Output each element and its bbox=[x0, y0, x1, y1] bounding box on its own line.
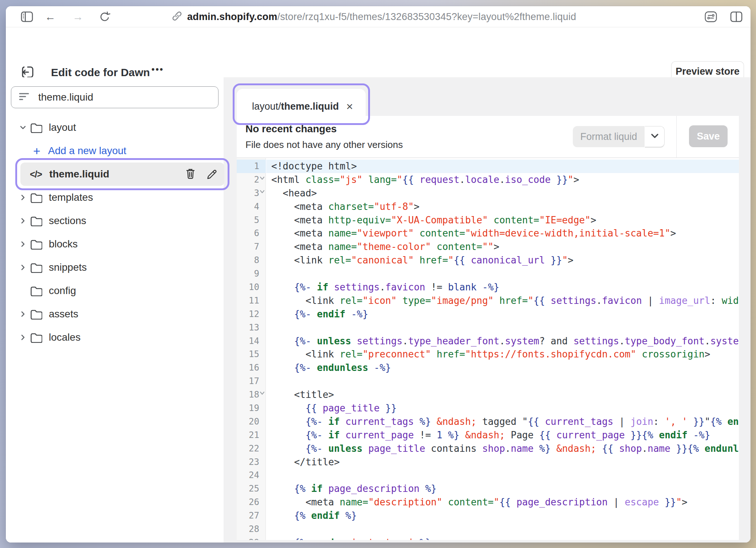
code-line-21[interactable]: 21 {%- if current_page != 1 %} &ndash; P… bbox=[237, 428, 739, 442]
code-text: {%- endunless -%} bbox=[271, 361, 391, 375]
code-text: <meta name="viewport" content="width=dev… bbox=[271, 227, 676, 240]
tab-close-icon[interactable]: × bbox=[342, 89, 358, 124]
status-subtitle: File does not have any other versions bbox=[245, 139, 403, 150]
code-line-23[interactable]: 23 </title> bbox=[237, 455, 739, 469]
code-line-12[interactable]: 12 {%- endif -%} bbox=[237, 308, 739, 321]
line-number: 24 bbox=[237, 469, 259, 482]
editor-panel: layout/theme.liquid × No recent changes … bbox=[224, 77, 751, 543]
line-number: 19 bbox=[237, 402, 259, 415]
code-line-7[interactable]: 7 <meta name="theme-color" content=""> bbox=[237, 240, 739, 254]
more-actions-icon[interactable]: ••• bbox=[151, 64, 164, 74]
sidebar-item-snippets[interactable]: snippets bbox=[11, 256, 224, 279]
add-new-layout-link[interactable]: +Add a new layout bbox=[11, 139, 224, 163]
format-liquid-dropdown[interactable] bbox=[645, 126, 665, 147]
file-label: theme.liquid bbox=[49, 168, 109, 180]
code-line-22[interactable]: 22 {%- unless page_title contains shop.n… bbox=[237, 442, 739, 455]
folder-icon bbox=[30, 215, 42, 226]
code-line-1[interactable]: 1<!doctype html> bbox=[237, 160, 739, 173]
code-line-27[interactable]: 27 {% endif %} bbox=[237, 509, 739, 522]
code-line-10[interactable]: 10 {%- if settings.favicon != blank -%} bbox=[237, 281, 739, 294]
forward-icon[interactable]: → bbox=[71, 10, 84, 23]
line-number: 25 bbox=[237, 482, 259, 496]
code-text: <meta name="description" content="{{ pag… bbox=[271, 496, 688, 509]
code-line-5[interactable]: 5 <meta http-equiv="X-UA-Compatible" con… bbox=[237, 214, 739, 227]
chevron-right-icon[interactable] bbox=[17, 333, 28, 341]
line-number: 13 bbox=[237, 321, 259, 334]
code-line-14[interactable]: 14 {%- unless settings.type_header_font.… bbox=[237, 334, 739, 348]
filter-icon bbox=[19, 92, 30, 103]
code-line-17[interactable]: 17 bbox=[237, 375, 739, 388]
save-button[interactable]: Save bbox=[689, 125, 728, 147]
file-filter-input[interactable]: theme.liquid bbox=[11, 86, 218, 108]
sidebar-item-config[interactable]: config bbox=[11, 279, 224, 302]
chevron-right-icon[interactable] bbox=[17, 217, 28, 225]
browser-window: ← → admin.shopify.com/store/rzq1xu-f5/th… bbox=[6, 6, 751, 543]
sidebar-item-assets[interactable]: assets bbox=[11, 302, 224, 326]
reload-icon[interactable] bbox=[98, 10, 111, 23]
line-number: 12 bbox=[237, 308, 259, 321]
sidebar-toggle-icon[interactable] bbox=[20, 10, 34, 23]
code-line-18[interactable]: 18 <title> bbox=[237, 388, 739, 402]
sidebar-file-theme-liquid[interactable]: </>theme.liquid bbox=[11, 163, 224, 186]
delete-file-icon[interactable] bbox=[185, 168, 196, 181]
code-text: {%- if current_page != 1 %} &ndash; Page… bbox=[271, 428, 710, 442]
code-line-24[interactable]: 24 bbox=[237, 469, 739, 482]
code-line-29[interactable]: 29 {% render 'meta-tags' %} bbox=[237, 536, 739, 540]
code-line-25[interactable]: 25 {% if page_description %} bbox=[237, 482, 739, 496]
line-number: 6 bbox=[237, 227, 259, 240]
rename-file-icon[interactable] bbox=[206, 168, 217, 181]
format-liquid-button[interactable]: Format liquid bbox=[573, 126, 645, 147]
line-number: 26 bbox=[237, 496, 259, 509]
code-line-3[interactable]: 3 <head> bbox=[237, 187, 739, 200]
code-line-11[interactable]: 11 <link rel="icon" type="image/png" hre… bbox=[237, 294, 739, 308]
line-number: 4 bbox=[237, 200, 259, 214]
code-line-15[interactable]: 15 <link rel="preconnect" href="https://… bbox=[237, 348, 739, 361]
sidebar-item-locales[interactable]: locales bbox=[11, 326, 224, 349]
sidebar-item-blocks[interactable]: blocks bbox=[11, 232, 224, 256]
chevron-right-icon[interactable] bbox=[17, 193, 28, 201]
code-editor[interactable]: 1<!doctype html>2<html class="js" lang="… bbox=[237, 158, 739, 540]
fold-toggle-icon[interactable] bbox=[259, 176, 265, 182]
desktop: { "browser": { "url_domain": "admin.shop… bbox=[0, 0, 756, 548]
folder-label: templates bbox=[49, 192, 93, 203]
code-line-9[interactable]: 9 bbox=[237, 267, 739, 281]
fold-toggle-icon[interactable] bbox=[259, 391, 265, 397]
code-text: {%- if current_tags %} &ndash; tagged "{… bbox=[271, 415, 739, 428]
code-line-2[interactable]: 2<html class="js" lang="{{ request.local… bbox=[237, 173, 739, 187]
chevron-right-icon[interactable] bbox=[17, 310, 28, 318]
code-line-13[interactable]: 13 bbox=[237, 321, 739, 334]
code-line-26[interactable]: 26 <meta name="description" content="{{ … bbox=[237, 496, 739, 509]
tab-label: layout/theme.liquid bbox=[252, 101, 339, 112]
code-line-19[interactable]: 19 {{ page_title }} bbox=[237, 402, 739, 415]
url-text: admin.shopify.com/store/rzq1xu-f5/themes… bbox=[187, 11, 576, 23]
folder-label: layout bbox=[49, 122, 76, 133]
code-text: <html class="js" lang="{{ request.locale… bbox=[271, 173, 579, 187]
back-icon[interactable]: ← bbox=[44, 10, 57, 23]
line-number: 11 bbox=[237, 294, 259, 308]
sidebar-item-templates[interactable]: templates bbox=[11, 186, 224, 209]
line-number: 15 bbox=[237, 348, 259, 361]
code-text: <title> bbox=[271, 388, 334, 402]
fold-toggle-icon[interactable] bbox=[259, 189, 265, 196]
address-bar[interactable]: admin.shopify.com/store/rzq1xu-f5/themes… bbox=[172, 6, 576, 27]
code-line-8[interactable]: 8 <link rel="canonical" href="{{ canonic… bbox=[237, 254, 739, 267]
code-text: {%- unless settings.type_header_font.sys… bbox=[271, 334, 739, 348]
code-line-20[interactable]: 20 {%- if current_tags %} &ndash; tagged… bbox=[237, 415, 739, 428]
chevron-down-icon[interactable] bbox=[17, 124, 28, 132]
selected-file-row[interactable]: </>theme.liquid bbox=[20, 163, 224, 186]
sidebar-item-layout[interactable]: layout bbox=[11, 116, 224, 139]
chevron-right-icon[interactable] bbox=[17, 240, 28, 248]
line-number: 10 bbox=[237, 281, 259, 294]
folder-icon bbox=[30, 332, 42, 343]
tab-layout-theme-liquid[interactable]: layout/theme.liquid × bbox=[237, 89, 366, 124]
browser-settings-icon[interactable] bbox=[704, 10, 717, 23]
code-line-28[interactable]: 28 bbox=[237, 522, 739, 536]
code-line-6[interactable]: 6 <meta name="viewport" content="width=d… bbox=[237, 227, 739, 240]
file-tree: layout+Add a new layout</>theme.liquidte… bbox=[11, 116, 224, 349]
code-line-16[interactable]: 16 {%- endunless -%} bbox=[237, 361, 739, 375]
split-view-icon[interactable] bbox=[730, 10, 743, 23]
sidebar-item-sections[interactable]: sections bbox=[11, 209, 224, 232]
chevron-right-icon[interactable] bbox=[17, 263, 28, 271]
folder-icon bbox=[30, 122, 42, 133]
code-line-4[interactable]: 4 <meta charset="utf-8"> bbox=[237, 200, 739, 214]
